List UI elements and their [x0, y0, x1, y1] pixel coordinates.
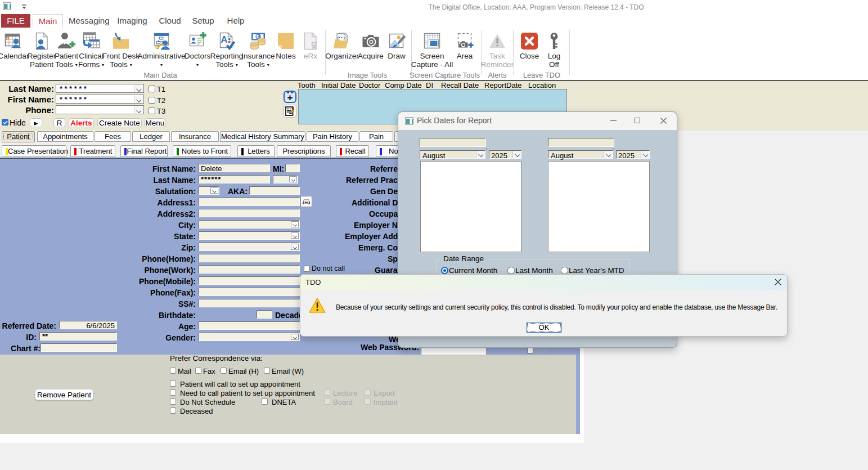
svg-text:⟩: ⟩ — [344, 36, 345, 41]
svg-text:A: A — [221, 34, 227, 45]
